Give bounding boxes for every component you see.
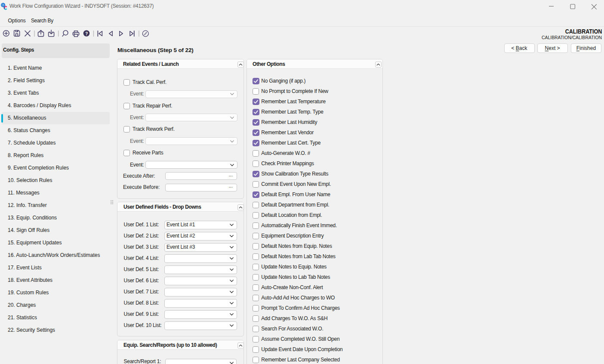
svg-text:?: ?: [85, 31, 88, 36]
